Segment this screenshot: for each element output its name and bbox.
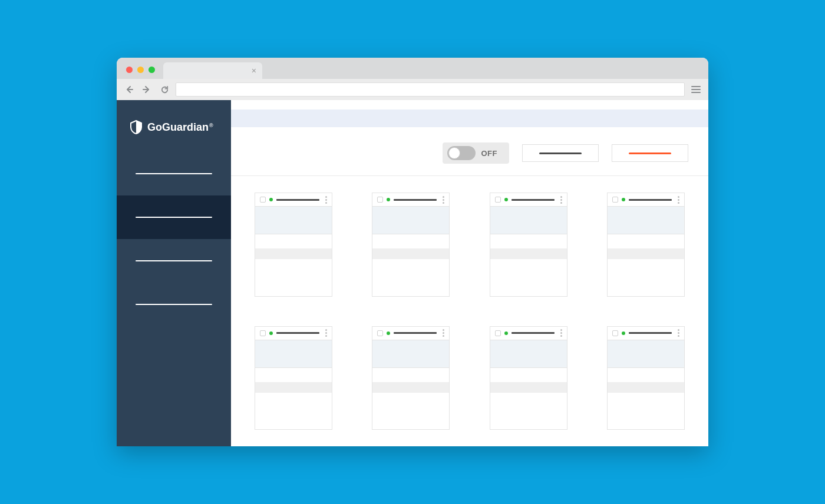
card-footer [255,248,332,259]
sidebar-item-3[interactable] [117,239,231,283]
browser-menu-button[interactable] [689,83,702,96]
card-header [372,193,449,206]
card-header [490,193,567,206]
card-checkbox[interactable] [612,197,618,203]
status-online-icon [387,198,390,201]
main-content: OFF [231,100,708,446]
back-button[interactable] [123,83,136,96]
card-menu-button[interactable] [560,196,562,204]
action-button-primary[interactable] [522,144,599,162]
app-root: GoGuardian® OFF [117,100,708,446]
card-header [608,327,684,340]
card-checkbox[interactable] [260,197,266,203]
window-close-button[interactable] [126,67,133,73]
card-menu-button[interactable] [325,329,327,337]
status-online-icon [622,198,625,201]
button-placeholder-line [539,152,582,154]
sidebar-item-1[interactable] [117,152,231,195]
card-title-placeholder [512,332,555,334]
card-menu-button[interactable] [678,329,679,337]
card-header [608,193,684,206]
card-footer [255,382,332,393]
card-header [255,327,332,340]
card-title-placeholder [512,199,555,201]
student-card[interactable] [372,326,450,430]
card-checkbox[interactable] [495,330,501,336]
student-card[interactable] [490,326,567,430]
sidebar-item-4[interactable] [117,283,231,326]
card-info-row [255,234,332,248]
nav-placeholder-line [136,304,212,305]
toggle-track [447,146,476,160]
card-screenshot-area [255,206,332,234]
status-online-icon [269,331,273,335]
tab-close-icon[interactable]: × [252,67,256,75]
card-screenshot-area [490,340,567,368]
status-online-icon [504,198,508,201]
card-info-row [608,368,684,382]
card-screenshot-area [608,206,684,234]
card-footer [608,382,684,393]
reload-icon [160,85,169,94]
student-card[interactable] [607,193,685,297]
card-checkbox[interactable] [260,330,266,336]
card-menu-button[interactable] [443,329,444,337]
nav-placeholder-line [136,173,212,174]
card-info-row [490,368,567,382]
card-screenshot-area [255,340,332,368]
card-footer [372,248,449,259]
student-card[interactable] [255,193,332,297]
browser-tab-strip: × [117,58,708,79]
card-screenshot-area [608,340,684,368]
session-toggle[interactable]: OFF [443,142,510,164]
info-banner [231,110,708,127]
student-card[interactable] [607,326,685,430]
button-placeholder-line [629,152,671,154]
controls-row: OFF [231,127,708,176]
brand-registered: ® [209,122,213,128]
card-menu-button[interactable] [443,196,444,204]
card-checkbox[interactable] [377,197,383,203]
sidebar-nav [117,152,231,326]
card-menu-button[interactable] [325,196,327,204]
card-menu-button[interactable] [560,329,562,337]
status-online-icon [387,331,390,335]
card-checkbox[interactable] [495,197,501,203]
sidebar-item-2[interactable] [117,195,231,239]
card-title-placeholder [629,332,672,334]
hamburger-line [691,86,701,87]
card-checkbox[interactable] [377,330,383,336]
card-header [490,327,567,340]
window-minimize-button[interactable] [137,67,144,73]
nav-placeholder-line [136,260,212,261]
card-info-row [490,234,567,248]
card-title-placeholder [394,199,437,201]
hamburger-line [691,92,701,93]
brand-name: GoGuardian [147,121,209,133]
student-card[interactable] [490,193,567,297]
window-zoom-button[interactable] [148,67,155,73]
card-menu-button[interactable] [678,196,679,204]
arrow-right-icon [142,85,151,94]
card-header [255,193,332,206]
card-info-row [372,234,449,248]
student-card[interactable] [372,193,450,297]
card-checkbox[interactable] [612,330,618,336]
toggle-thumb [448,147,460,159]
card-title-placeholder [276,332,319,334]
toggle-label: OFF [481,149,498,158]
student-card[interactable] [255,326,332,430]
card-screenshot-area [372,206,449,234]
action-button-accent[interactable] [612,144,688,162]
address-bar[interactable] [176,82,685,97]
card-footer [608,248,684,259]
card-header [372,327,449,340]
student-grid [231,176,708,446]
arrow-left-icon [124,85,134,94]
reload-button[interactable] [158,83,171,96]
forward-button[interactable] [140,83,153,96]
browser-tab[interactable]: × [163,62,262,79]
hamburger-line [691,89,701,90]
card-info-row [255,368,332,382]
card-title-placeholder [394,332,437,334]
